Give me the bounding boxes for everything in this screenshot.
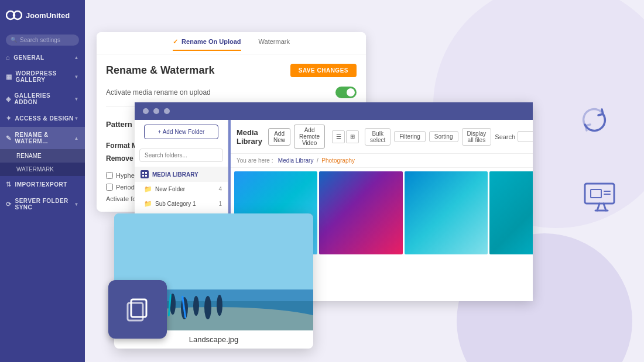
sidebar-item-server-sync[interactable]: ⟳ SERVER FOLDER SYNC ▼ (0, 193, 85, 215)
addon-icon: ◈ (6, 95, 11, 103)
sidebar-item-label-general: GENERAL (13, 54, 44, 61)
tab-watermark-label: Watermark (259, 38, 290, 45)
folder-search-container (135, 144, 228, 167)
media-library-icon (141, 170, 149, 178)
folder-name-1: New Folder (155, 186, 185, 192)
sidebar-item-label-import: IMPORT/EXPORT (15, 181, 67, 188)
folder-icon-1: 📁 (144, 185, 152, 193)
add-new-folder-button[interactable]: + Add New Folder (144, 125, 218, 139)
checkbox-period[interactable]: Period . (106, 184, 138, 191)
sidebar-item-wp-gallery[interactable]: ▦ WORDPRESS GALLERY ▼ (0, 65, 85, 88)
sidebar-item-label-rename: RENAME & WATERM... (15, 132, 74, 144)
svg-rect-23 (591, 189, 601, 198)
sidebar-item-label-gallery: WORDPRESS GALLERY (16, 70, 74, 83)
svg-rect-5 (145, 175, 147, 177)
folder-search-input[interactable] (139, 149, 223, 162)
breadcrumb-current-link[interactable]: Photography (321, 157, 355, 164)
tab-rename-on-upload[interactable]: ✓ Rename On Upload (173, 38, 241, 48)
display-icon-large (583, 181, 621, 216)
search-icon: 🔍 (11, 37, 17, 43)
activate-rename-toggle[interactable] (335, 87, 357, 98)
main-area: ✓ Rename On Upload Watermark Rename & Wa… (85, 0, 644, 362)
window-dot-2 (153, 108, 159, 114)
logo-text: JoomUnited (26, 11, 70, 20)
window-dot-3 (164, 108, 170, 114)
add-remote-video-button[interactable]: Add Remote Video (294, 125, 325, 149)
sidebar-item-watermark[interactable]: WATERMARK (0, 163, 85, 176)
media-search-input[interactable] (518, 131, 533, 142)
svg-rect-2 (142, 172, 144, 174)
chevron-icon-access: ▼ (74, 116, 79, 121)
folder-count-2: 1 (218, 201, 222, 207)
breadcrumb-root-link[interactable]: Media Library (278, 157, 314, 164)
sidebar-sub-label-rename: RENAME (16, 153, 42, 159)
sidebar-item-rename-watermark[interactable]: ✎ RENAME & WATERM... ▲ (0, 127, 85, 149)
sidebar-item-access-design[interactable]: ✦ ACCESS & DESIGN ▼ (0, 110, 85, 127)
toggle-label: Activate media rename on upload (106, 88, 211, 96)
home-icon: ⌂ (6, 54, 10, 61)
sync-icon-small: ⟳ (6, 201, 12, 208)
folder-name-2: Sub Category 1 (155, 201, 196, 207)
filtering-button[interactable]: Filtering (394, 131, 426, 142)
svg-rect-3 (145, 172, 147, 174)
sidebar-item-general[interactable]: ⌂ GENERAL ▲ (0, 49, 85, 65)
rename-icon: ✎ (6, 135, 12, 142)
sorting-button[interactable]: Sorting (429, 131, 458, 142)
folder-count-1: 4 (218, 186, 222, 192)
panel-title-row: Rename & Watermark SAVE CHANGES (106, 64, 357, 77)
sidebar: JoomUnited 🔍 ⌂ GENERAL ▲ ▦ WORDPRESS GAL… (0, 0, 85, 362)
sidebar-logo: JoomUnited (0, 0, 85, 30)
panel-title: Rename & Watermark (106, 64, 214, 77)
chevron-icon-addon: ▼ (74, 96, 79, 102)
copy-layers-icon (108, 280, 167, 339)
sidebar-submenu: RENAME WATERMARK (0, 149, 85, 176)
gallery-icon: ▦ (6, 73, 12, 81)
access-icon: ✦ (6, 115, 12, 122)
sidebar-search-container: 🔍 (0, 30, 85, 49)
add-new-button[interactable]: Add New (268, 128, 290, 146)
grid-view-button[interactable]: ⊞ (346, 130, 359, 143)
sync-icon-large (577, 102, 612, 140)
checkmark-icon: ✓ (173, 38, 178, 45)
save-changes-button[interactable]: SAVE CHANGES (290, 64, 357, 77)
svg-point-15 (217, 295, 222, 316)
media-thumb-2[interactable] (319, 171, 402, 254)
folder-item-new[interactable]: 📁 New Folder 4 (135, 182, 228, 196)
media-library-header: MEDIA LIBRARY (135, 167, 228, 182)
joomunited-logo-icon (6, 7, 22, 23)
list-view-button[interactable]: ☰ (332, 130, 345, 143)
svg-line-20 (597, 204, 600, 211)
sidebar-item-label-addon: GALLERIES ADDON (15, 92, 74, 105)
svg-rect-4 (142, 175, 144, 177)
window-dot-1 (143, 108, 149, 114)
tab-rename-label: Rename On Upload (181, 38, 241, 45)
folder-item-sub1[interactable]: 📁 Sub Category 1 1 (135, 196, 228, 211)
chevron-icon-rename: ▲ (74, 136, 79, 141)
chevron-icon-gallery: ▼ (74, 74, 79, 80)
svg-point-14 (204, 296, 211, 319)
svg-line-21 (604, 204, 606, 211)
add-folder-btn-container: + Add New Folder (139, 125, 223, 139)
media-thumb-4[interactable] (489, 171, 533, 254)
media-toolbar: Media Library Add New Add Remote Video ☰… (231, 120, 533, 154)
sidebar-item-galleries-addon[interactable]: ◈ GALLERIES ADDON ▼ (0, 88, 85, 110)
hyphen-checkbox[interactable] (106, 172, 113, 179)
folder-icon-2: 📁 (144, 200, 152, 208)
breadcrumb: You are here : Media Library / Photograp… (231, 154, 533, 168)
chevron-icon: ▲ (74, 55, 79, 60)
svg-point-13 (193, 296, 199, 316)
tab-watermark[interactable]: Watermark (259, 38, 290, 48)
media-panel-header (135, 102, 533, 120)
breadcrumb-prefix: You are here : (237, 157, 273, 164)
media-thumb-3[interactable] (405, 171, 488, 254)
media-library-title: Media Library (237, 128, 262, 146)
sidebar-item-label-sync: SERVER FOLDER SYNC (15, 198, 74, 211)
bulk-select-button[interactable]: Bulk select (365, 128, 390, 146)
sidebar-item-import-export[interactable]: ⇅ IMPORT/EXPORT (0, 176, 85, 193)
chevron-icon-sync: ▼ (74, 202, 79, 207)
sidebar-item-rename[interactable]: RENAME (0, 149, 85, 163)
period-checkbox[interactable] (106, 184, 113, 191)
search-label: Search (495, 133, 515, 140)
sidebar-item-label-access: ACCESS & DESIGN (15, 115, 74, 122)
display-all-files-button[interactable]: Display all files (462, 128, 492, 146)
